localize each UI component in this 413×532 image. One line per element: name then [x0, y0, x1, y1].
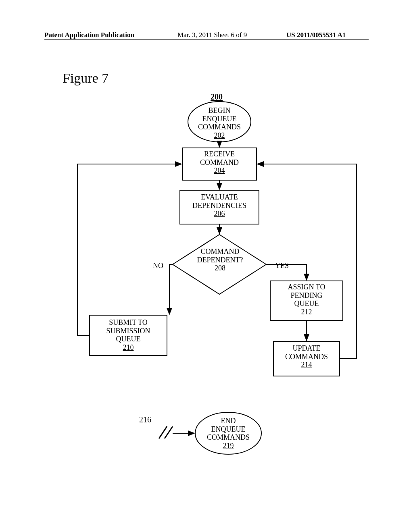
submit-ref: 210: [123, 343, 134, 351]
no-label: NO: [150, 262, 166, 270]
begin-text: BEGIN ENQUEUE COMMANDS 202: [193, 106, 246, 140]
assign-text: ASSIGN TO PENDING QUEUE 212: [274, 283, 339, 316]
arrow-submit-loop: [77, 164, 181, 335]
ref-216: 216: [137, 415, 153, 424]
end-label: END ENQUEUE COMMANDS: [207, 417, 250, 441]
decision-ref: 208: [215, 264, 225, 272]
begin-ref: 202: [214, 131, 225, 139]
update-ref: 214: [301, 361, 312, 369]
end-ref: 219: [223, 442, 234, 450]
submit-text: SUBMIT TO SUBMISSION QUEUE 210: [91, 318, 165, 352]
begin-label: BEGIN ENQUEUE COMMANDS: [198, 106, 241, 131]
receive-text: RECEIVE COMMAND 204: [185, 150, 254, 175]
receive-ref: 204: [214, 166, 225, 175]
decision-label: COMMAND DEPENDENT?: [197, 247, 243, 264]
end-text: END ENQUEUE COMMANDS 219: [198, 417, 258, 450]
submit-label: SUBMIT TO SUBMISSION QUEUE: [106, 318, 150, 343]
yes-label: YES: [272, 262, 292, 270]
assign-label: ASSIGN TO PENDING QUEUE: [288, 283, 325, 308]
eval-ref: 206: [214, 210, 225, 218]
decision-text: COMMAND DEPENDENT? 208: [193, 247, 247, 272]
update-label: UPDATE COMMANDS: [285, 344, 328, 361]
eval-text: EVALUATE DEPENDENCIES 206: [182, 193, 257, 218]
receive-label: RECEIVE COMMAND: [200, 150, 239, 166]
assign-ref: 212: [301, 308, 312, 316]
eval-label: EVALUATE DEPENDENCIES: [192, 193, 246, 210]
update-text: UPDATE COMMANDS 214: [278, 344, 335, 369]
arrow-decision-no: [169, 264, 173, 314]
